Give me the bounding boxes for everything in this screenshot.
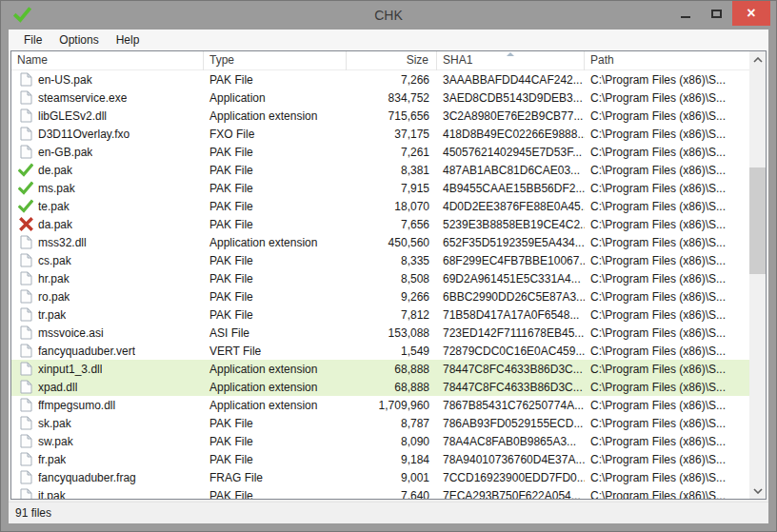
file-size-cell: 7,656 bbox=[347, 218, 437, 231]
table-row[interactable]: fancyquaduber.vert VERT File 1,549 72879… bbox=[11, 342, 749, 360]
table-row[interactable]: hr.pak PAK File 8,508 69D2A961451E5C331A… bbox=[11, 269, 749, 287]
file-name-label: hr.pak bbox=[38, 272, 70, 286]
file-name-label: ms.pak bbox=[38, 182, 75, 195]
file-name-label: te.pak bbox=[38, 200, 70, 213]
document-icon bbox=[18, 307, 33, 323]
file-sha1-cell: 7ECA293B750F622A054... bbox=[437, 489, 585, 500]
file-path-cell: C:\Program Files (x86)\S... bbox=[585, 471, 749, 484]
file-sha1-cell: 7867B85431C76250774A... bbox=[437, 399, 585, 412]
table-row[interactable]: fr.pak PAK File 9,184 78A94010736760D4E3… bbox=[11, 450, 749, 468]
table-row[interactable]: xinput1_3.dll Application extension 68,8… bbox=[11, 360, 749, 378]
file-sha1-cell: 3C2A8980E76E2B9CB77... bbox=[437, 109, 585, 123]
file-name-label: de.pak bbox=[38, 164, 72, 177]
file-name-cell: hr.pak bbox=[11, 271, 204, 286]
minimize-button[interactable] bbox=[669, 1, 701, 26]
file-size-cell: 8,335 bbox=[347, 254, 437, 267]
file-sha1-cell: 69D2A961451E5C331A4... bbox=[437, 272, 585, 286]
file-path-cell: C:\Program Files (x86)\S... bbox=[585, 218, 749, 231]
file-name-cell: en-US.pak bbox=[11, 72, 204, 88]
file-type-cell: Application extension bbox=[204, 236, 347, 249]
table-row[interactable]: ffmpegsumo.dll Application extension 1,7… bbox=[11, 396, 749, 414]
file-type-cell: ASI File bbox=[204, 326, 347, 340]
file-name-cell: fancyquaduber.frag bbox=[11, 470, 204, 485]
file-path-cell: C:\Program Files (x86)\S... bbox=[585, 381, 749, 394]
file-name-label: sw.pak bbox=[38, 435, 73, 448]
file-sha1-cell: 487AB1ABC81D6CAE03... bbox=[437, 164, 585, 177]
file-size-cell: 9,184 bbox=[347, 453, 437, 466]
file-type-cell: PAK File bbox=[204, 200, 347, 213]
table-row[interactable]: sw.pak PAK File 8,090 78A4AC8FAB0B9865A3… bbox=[11, 432, 749, 450]
file-type-cell: Application extension bbox=[204, 363, 347, 376]
table-row[interactable]: mss32.dll Application extension 450,560 … bbox=[11, 233, 749, 251]
table-row[interactable]: mssvoice.asi ASI File 153,088 723ED142F7… bbox=[11, 324, 749, 342]
file-name-label: en-US.pak bbox=[38, 73, 92, 87]
document-icon bbox=[18, 235, 33, 250]
table-row[interactable]: de.pak PAK File 8,381 487AB1ABC81D6CAE03… bbox=[11, 161, 749, 179]
file-name-cell: da.pak bbox=[11, 217, 204, 232]
document-icon bbox=[18, 362, 33, 377]
column-header-path[interactable]: Path bbox=[585, 51, 749, 70]
file-size-cell: 37,175 bbox=[347, 128, 437, 141]
file-sha1-cell: 786AB93FD0529155ECD... bbox=[437, 417, 585, 430]
file-type-cell: Application extension bbox=[204, 109, 347, 123]
document-icon bbox=[18, 398, 33, 413]
column-header-size[interactable]: Size bbox=[347, 51, 437, 70]
file-path-cell: C:\Program Files (x86)\S... bbox=[585, 345, 749, 358]
table-row[interactable]: tr.pak PAK File 7,812 71B58D417A17A0F654… bbox=[11, 305, 749, 324]
file-size-cell: 8,090 bbox=[347, 435, 437, 448]
column-header-sha1[interactable]: SHA1 bbox=[437, 51, 585, 70]
table-row[interactable]: te.pak PAK File 18,070 4D0D2EE3876FE88E0… bbox=[11, 197, 749, 215]
close-button[interactable]: × bbox=[732, 1, 770, 26]
file-type-cell: Application bbox=[204, 91, 347, 105]
column-header-name[interactable]: Name bbox=[11, 51, 204, 70]
file-path-cell: C:\Program Files (x86)\S... bbox=[585, 109, 749, 123]
table-row[interactable]: da.pak PAK File 7,656 5239E3B8858EB19CE4… bbox=[11, 215, 749, 233]
file-name-cell: mssvoice.asi bbox=[11, 325, 204, 341]
table-row[interactable]: sk.pak PAK File 8,787 786AB93FD0529155EC… bbox=[11, 414, 749, 432]
vertical-scrollbar[interactable] bbox=[749, 51, 766, 499]
file-path-cell: C:\Program Files (x86)\S... bbox=[585, 290, 749, 304]
maximize-button[interactable] bbox=[701, 1, 732, 26]
table-row[interactable]: steamservice.exe Application 834,752 3AE… bbox=[11, 89, 749, 107]
file-name-label: fancyquaduber.frag bbox=[38, 471, 136, 484]
file-size-cell: 153,088 bbox=[347, 326, 437, 340]
file-name-cell: fr.pak bbox=[11, 452, 204, 467]
table-row[interactable]: en-US.pak PAK File 7,266 3AAABBAFDD44CAF… bbox=[11, 70, 749, 89]
file-type-cell: PAK File bbox=[204, 272, 347, 286]
scroll-down-button[interactable] bbox=[749, 483, 766, 499]
table-row[interactable]: ms.pak PAK File 7,915 4B9455CAAE15BB56DF… bbox=[11, 179, 749, 197]
file-size-cell: 1,709,960 bbox=[347, 399, 437, 412]
menu-file[interactable]: File bbox=[15, 30, 50, 49]
column-header-type[interactable]: Type bbox=[204, 51, 347, 70]
table-row[interactable]: cs.pak PAK File 8,335 68F299EC4FB7BBE100… bbox=[11, 251, 749, 269]
table-row[interactable]: xpad.dll Application extension 68,888 78… bbox=[11, 378, 749, 396]
menu-options[interactable]: Options bbox=[50, 30, 107, 49]
document-icon bbox=[18, 271, 33, 286]
file-name-label: mss32.dll bbox=[38, 236, 87, 249]
file-name-cell: xpad.dll bbox=[11, 380, 204, 395]
scrollbar-thumb[interactable] bbox=[749, 167, 766, 274]
scroll-up-button[interactable] bbox=[749, 51, 766, 68]
file-size-cell: 9,266 bbox=[347, 290, 437, 304]
file-name-cell: it.pak bbox=[11, 488, 204, 500]
table-row[interactable]: D3D11Overlay.fxo FXO File 37,175 418D8B4… bbox=[11, 125, 749, 143]
file-size-cell: 7,915 bbox=[347, 182, 437, 195]
file-name-cell: ffmpegsumo.dll bbox=[11, 398, 204, 413]
file-size-cell: 7,266 bbox=[347, 73, 437, 87]
file-path-cell: C:\Program Files (x86)\S... bbox=[585, 128, 749, 141]
table-row[interactable]: fancyquaduber.frag FRAG File 9,001 7CCD1… bbox=[11, 468, 749, 486]
table-row[interactable]: libGLESv2.dll Application extension 715,… bbox=[11, 107, 749, 125]
table-row[interactable]: ro.pak PAK File 9,266 6BBC2990DD26C5E87A… bbox=[11, 287, 749, 305]
column-header-sha1-label: SHA1 bbox=[443, 53, 472, 67]
menu-help[interactable]: Help bbox=[108, 30, 149, 49]
document-icon bbox=[18, 452, 33, 467]
table-row[interactable]: it.pak PAK File 7,640 7ECA293B750F622A05… bbox=[11, 486, 749, 499]
file-count-label: 91 files bbox=[15, 506, 51, 520]
minimize-icon bbox=[681, 16, 690, 18]
file-sha1-cell: 72879CDC0C16E0AC459... bbox=[437, 345, 585, 358]
document-icon bbox=[18, 253, 33, 268]
file-sha1-cell: 4D0D2EE3876FE88E0A45... bbox=[437, 200, 585, 213]
file-name-label: ro.pak bbox=[38, 290, 70, 304]
file-size-cell: 18,070 bbox=[347, 200, 437, 213]
table-row[interactable]: en-GB.pak PAK File 7,261 45057621402945E… bbox=[11, 143, 749, 161]
